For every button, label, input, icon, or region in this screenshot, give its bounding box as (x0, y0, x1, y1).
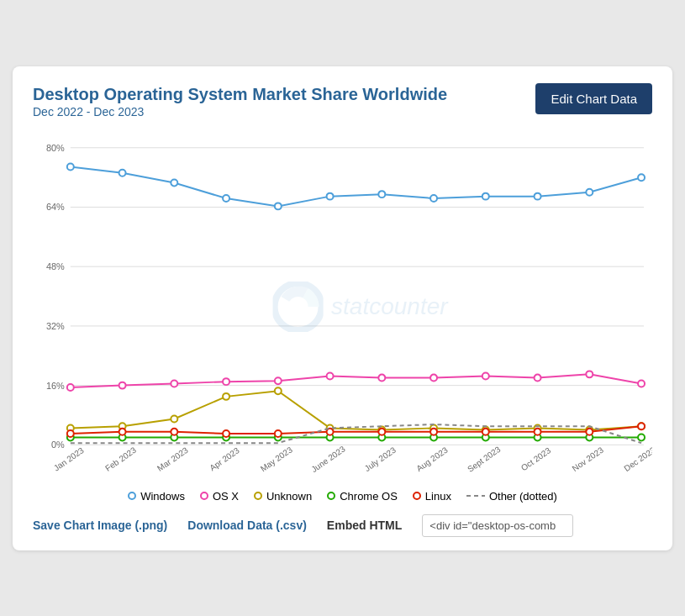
header-row: Desktop Operating System Market Share Wo… (33, 83, 652, 127)
linux-dot (223, 430, 229, 437)
unknown-dot (275, 387, 282, 394)
chart-card: Desktop Operating System Market Share Wo… (13, 66, 672, 550)
linux-dot (119, 428, 126, 434)
legend-osx: OS X (200, 490, 239, 503)
osx-dot (535, 374, 541, 381)
windows-dot (482, 192, 489, 199)
footer-actions: Save Chart Image (.png) Download Data (.… (33, 514, 652, 537)
osx-dot (638, 380, 645, 387)
chart-title: Desktop Operating System Market Share Wo… (33, 83, 447, 105)
windows-legend-icon (128, 492, 136, 500)
chart-legend: Windows OS X Unknown Chrome OS Linux Oth… (33, 490, 652, 503)
svg-text:48%: 48% (46, 261, 65, 271)
chart-area: statcounter 0% 16% 32% 48% 64% 80% Jan 2… (33, 130, 652, 483)
svg-text:July 2023: July 2023 (363, 445, 398, 473)
windows-dot (638, 174, 645, 181)
linux-dot (275, 430, 282, 437)
svg-text:0%: 0% (51, 440, 65, 450)
download-data-link[interactable]: Download Data (.csv) (187, 519, 307, 532)
chromeos-legend-icon (327, 492, 335, 500)
legend-other: Other (dotted) (466, 490, 557, 503)
windows-dot (275, 203, 282, 209)
svg-text:80%: 80% (46, 142, 65, 152)
edit-chart-button[interactable]: Edit Chart Data (535, 83, 652, 114)
osx-dot (67, 383, 74, 390)
osx-dot (119, 382, 126, 388)
osx-dot (223, 378, 229, 385)
windows-dot (378, 191, 385, 197)
windows-dot (430, 195, 437, 202)
unknown-legend-label: Unknown (266, 490, 312, 503)
line-chart: 0% 16% 32% 48% 64% 80% Jan 2023 Feb 2023… (33, 130, 652, 483)
chromeos-legend-label: Chrome OS (340, 490, 398, 503)
legend-chromeos: Chrome OS (327, 490, 398, 503)
windows-dot (535, 192, 541, 199)
windows-dot (327, 192, 334, 199)
svg-text:Sept 2023: Sept 2023 (466, 444, 503, 473)
embed-html-input[interactable] (422, 514, 573, 537)
osx-legend-label: OS X (213, 490, 239, 503)
other-legend-icon (466, 495, 485, 497)
chromeos-dot (638, 434, 645, 440)
legend-linux: Linux (413, 490, 451, 503)
osx-dot (586, 371, 593, 377)
osx-dot (482, 372, 489, 379)
svg-text:June 2023: June 2023 (309, 444, 347, 474)
svg-text:Aug 2023: Aug 2023 (414, 445, 450, 473)
linux-dot (67, 430, 74, 437)
svg-text:May 2023: May 2023 (259, 445, 294, 473)
legend-windows: Windows (128, 490, 185, 503)
linux-dot (430, 428, 437, 434)
svg-text:Nov 2023: Nov 2023 (571, 445, 606, 473)
osx-dot (378, 374, 385, 381)
unknown-legend-icon (254, 492, 262, 500)
other-line (71, 424, 641, 443)
svg-text:Apr 2023: Apr 2023 (208, 445, 241, 472)
linux-dot (378, 428, 385, 434)
windows-dot (223, 195, 229, 202)
svg-text:16%: 16% (46, 380, 65, 390)
linux-dot (586, 428, 593, 434)
unknown-line (71, 391, 641, 429)
linux-dot (171, 428, 177, 434)
windows-line (71, 166, 641, 206)
windows-legend-label: Windows (140, 490, 185, 503)
windows-dot (67, 163, 74, 170)
svg-text:64%: 64% (46, 202, 65, 212)
chart-subtitle: Dec 2022 - Dec 2023 (33, 105, 447, 118)
svg-text:Oct 2023: Oct 2023 (519, 445, 553, 472)
unknown-dot (171, 415, 177, 422)
linux-legend-label: Linux (425, 490, 451, 503)
title-block: Desktop Operating System Market Share Wo… (33, 83, 447, 127)
osx-dot (275, 377, 282, 384)
osx-legend-icon (200, 492, 208, 500)
osx-dot (171, 380, 177, 387)
legend-unknown: Unknown (254, 490, 312, 503)
svg-text:Dec 2023: Dec 2023 (622, 445, 652, 473)
linux-dot (535, 428, 541, 434)
windows-dot (119, 169, 126, 176)
unknown-dot (223, 392, 229, 399)
embed-html-label: Embed HTML (327, 519, 402, 532)
svg-text:Mar 2023: Mar 2023 (155, 445, 190, 472)
linux-legend-icon (413, 492, 421, 500)
osx-dot (327, 372, 334, 379)
windows-dot (171, 179, 177, 186)
osx-dot (430, 374, 437, 381)
other-legend-label: Other (dotted) (489, 490, 557, 503)
svg-text:32%: 32% (46, 320, 65, 330)
windows-dot (586, 188, 593, 195)
svg-text:Feb 2023: Feb 2023 (103, 445, 138, 472)
save-chart-link[interactable]: Save Chart Image (.png) (33, 519, 167, 532)
linux-dot (482, 428, 489, 434)
linux-dot (638, 423, 645, 429)
